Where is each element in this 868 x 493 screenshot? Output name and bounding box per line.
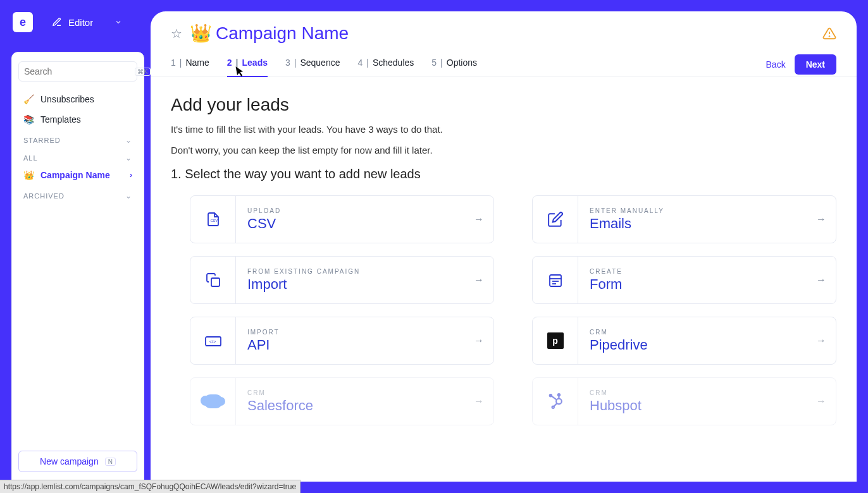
card-eyebrow: ENTER MANUALLY xyxy=(590,207,807,214)
card-label: Hubspot xyxy=(590,398,807,414)
svg-point-2 xyxy=(829,36,830,37)
copy-icon xyxy=(190,257,236,303)
sidebar-item-campaign[interactable]: 👑 Campaign Name › xyxy=(17,165,139,185)
sidebar-cat-starred[interactable]: STARRED ⌄ xyxy=(17,130,139,147)
tab-schedules[interactable]: 4|Schedules xyxy=(357,52,414,76)
chevron-right-icon: › xyxy=(130,171,132,180)
sidebar-cat-archived[interactable]: ARCHIVED ⌄ xyxy=(17,185,139,203)
lead-source-form[interactable]: CREATEForm→ xyxy=(532,256,836,304)
card-eyebrow: CRM xyxy=(247,389,464,396)
arrow-right-icon: → xyxy=(807,196,836,243)
card-eyebrow: CRM xyxy=(590,389,807,396)
tab-options[interactable]: 5|Options xyxy=(431,52,477,76)
lead-source-emails[interactable]: ENTER MANUALLYEmails→ xyxy=(532,195,836,243)
pencil-icon xyxy=(533,196,578,243)
chevron-down-icon: ⌄ xyxy=(125,192,132,200)
svg-point-16 xyxy=(557,394,559,396)
card-eyebrow: UPLOAD xyxy=(247,207,464,214)
next-button[interactable]: Next xyxy=(795,54,836,75)
page-intro-2: Don't worry, you can keep the list empty… xyxy=(171,145,836,155)
card-label: Import xyxy=(247,276,464,293)
sidebar-item-templates[interactable]: 📚 Templates xyxy=(17,109,139,130)
card-eyebrow: IMPORT xyxy=(247,329,464,336)
arrow-right-icon: → xyxy=(464,378,493,425)
tab-sequence[interactable]: 3|Sequence xyxy=(285,52,340,76)
api-icon: </> xyxy=(190,317,236,364)
card-label: Pipedrive xyxy=(590,337,807,353)
card-eyebrow: CRM xyxy=(590,329,807,336)
svg-line-13 xyxy=(551,396,556,399)
sidebar: ⌘K 🧹 Unsubscribes 📚 Templates STARRED ⌄ … xyxy=(11,52,144,482)
main-panel: ☆ 👑 Campaign Name 1|Name 2|Leads 3|Seque… xyxy=(151,11,857,482)
new-campaign-button[interactable]: New campaign N xyxy=(18,451,137,472)
sidebar-cat-all[interactable]: ALL ⌄ xyxy=(17,147,139,165)
card-eyebrow: CREATE xyxy=(590,268,807,275)
lead-source-api[interactable]: </>IMPORTAPI→ xyxy=(190,317,494,365)
svg-point-14 xyxy=(549,394,551,396)
sidebar-item-unsubscribes[interactable]: 🧹 Unsubscribes xyxy=(17,89,139,109)
lead-source-pipedrive[interactable]: pCRMPipedrive→ xyxy=(532,317,836,365)
unsubscribes-icon: 🧹 xyxy=(23,94,34,104)
chevron-down-icon: ⌄ xyxy=(125,154,132,162)
page-intro-1: It's time to fill the list with your lea… xyxy=(171,124,836,135)
lead-source-salesforce: CRMSalesforce→ xyxy=(190,377,494,425)
page-heading: Add your leads xyxy=(171,95,836,115)
tab-name[interactable]: 1|Name xyxy=(171,52,209,76)
templates-icon: 📚 xyxy=(23,114,34,125)
card-label: Form xyxy=(590,276,807,293)
tab-leads[interactable]: 2|Leads xyxy=(227,52,268,76)
warning-icon[interactable] xyxy=(822,27,836,40)
back-button[interactable]: Back xyxy=(766,59,786,70)
pipedrive-icon: p xyxy=(533,317,578,364)
csv-icon: CSV xyxy=(190,196,236,243)
hubspot-icon xyxy=(533,378,578,425)
chevron-down-icon: ⌄ xyxy=(125,136,132,145)
lead-source-hubspot: CRMHubspot→ xyxy=(532,377,836,425)
card-label: Salesforce xyxy=(247,398,464,414)
campaign-title[interactable]: 👑 Campaign Name xyxy=(190,23,349,44)
arrow-right-icon: → xyxy=(464,196,493,243)
arrow-right-icon: → xyxy=(464,257,493,303)
card-label: API xyxy=(247,337,464,353)
crown-icon: 👑 xyxy=(23,170,34,180)
card-label: CSV xyxy=(247,216,464,232)
star-icon[interactable]: ☆ xyxy=(171,26,182,41)
crown-icon: 👑 xyxy=(190,23,212,44)
salesforce-icon xyxy=(190,378,236,425)
arrow-right-icon: → xyxy=(807,257,836,303)
svg-point-12 xyxy=(556,399,562,405)
search-kbd: ⌘K xyxy=(135,68,151,76)
arrow-right-icon: → xyxy=(807,317,836,364)
arrow-right-icon: → xyxy=(807,378,836,425)
svg-text:</>: </> xyxy=(209,339,216,344)
lead-source-csv[interactable]: CSVUPLOADCSV→ xyxy=(190,195,494,243)
card-label: Emails xyxy=(590,216,807,232)
svg-point-18 xyxy=(552,406,554,408)
step-tabs: 1|Name 2|Leads 3|Sequence 4|Schedules 5|… xyxy=(151,44,857,77)
content-area: Add your leads It's time to fill the lis… xyxy=(151,77,857,465)
section-heading: 1. Select the way you want to add new le… xyxy=(171,167,836,181)
card-eyebrow: FROM EXISTING CAMPAIGN xyxy=(247,268,464,275)
lead-source-import[interactable]: FROM EXISTING CAMPAIGNImport→ xyxy=(190,256,494,304)
svg-text:CSV: CSV xyxy=(210,219,218,222)
status-bar-url: https://app.lemlist.com/campaigns/cam_fS… xyxy=(0,480,301,493)
arrow-right-icon: → xyxy=(464,317,493,364)
svg-rect-5 xyxy=(550,275,561,286)
svg-rect-4 xyxy=(211,278,220,286)
form-icon xyxy=(533,257,578,303)
search-input[interactable]: ⌘K xyxy=(18,61,137,82)
new-campaign-kbd: N xyxy=(105,458,116,466)
